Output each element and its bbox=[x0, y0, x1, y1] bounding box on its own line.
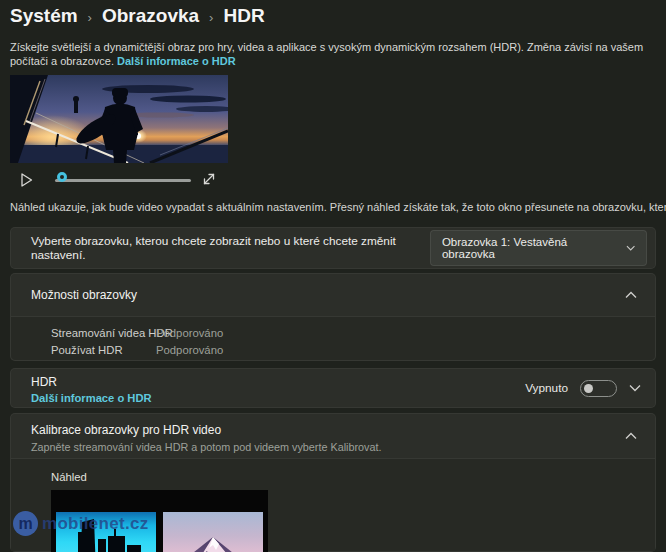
calibration-labels: Kalibrace obrazovky pro HDR video Zapnět… bbox=[31, 420, 381, 453]
video-progress-slider[interactable] bbox=[55, 166, 191, 194]
option-label: Streamování videa HDR bbox=[51, 327, 156, 339]
display-select-value: Obrazovka 1: Vestavěná obrazovka bbox=[442, 236, 613, 260]
calibration-header[interactable]: Kalibrace obrazovky pro HDR video Zapnět… bbox=[11, 414, 655, 458]
fullscreen-icon[interactable] bbox=[201, 171, 217, 187]
hdr-toggle-card: HDR Další informace o HDR Vypnuto bbox=[10, 368, 656, 408]
toggle-knob bbox=[584, 384, 593, 393]
breadcrumb-display[interactable]: Obrazovka bbox=[102, 5, 199, 27]
calibration-title: Kalibrace obrazovky pro HDR video bbox=[31, 423, 221, 437]
breadcrumb: Systém › Obrazovka › HDR bbox=[10, 5, 265, 27]
sunset-scene bbox=[10, 75, 228, 163]
breadcrumb-hdr: HDR bbox=[223, 5, 264, 27]
display-options-header[interactable]: Možnosti obrazovky bbox=[11, 274, 655, 316]
chevron-down-icon[interactable] bbox=[629, 384, 641, 392]
watermark-text: mobilenet.cz bbox=[42, 514, 149, 534]
slider-track[interactable] bbox=[55, 179, 191, 182]
option-label: Používat HDR bbox=[51, 344, 156, 356]
calibration-preview-label: Náhled bbox=[51, 471, 87, 483]
option-value: Podporováno bbox=[156, 344, 223, 356]
chevron-up-icon[interactable] bbox=[625, 432, 637, 440]
chevron-up-icon[interactable] bbox=[625, 291, 637, 299]
hdr-state-label: Vypnuto bbox=[525, 381, 568, 395]
page-description-text: Získejte světlejší a dynamičtější obraz … bbox=[10, 41, 643, 67]
display-options-title: Možnosti obrazovky bbox=[31, 288, 137, 302]
slider-thumb[interactable] bbox=[57, 172, 67, 182]
play-icon[interactable] bbox=[17, 171, 35, 189]
hdr-toggle-group: Vypnuto bbox=[525, 380, 641, 397]
hdr-setting-labels: HDR Další informace o HDR bbox=[31, 372, 152, 404]
page-description: Získejte světlejší a dynamičtější obraz … bbox=[10, 40, 658, 68]
breadcrumb-system[interactable]: Systém bbox=[10, 5, 78, 27]
hdr-setting-title: HDR bbox=[31, 375, 57, 389]
option-row-use-hdr: Používat HDR Podporováno bbox=[51, 341, 655, 358]
display-select-card: Vyberte obrazovku, kterou chcete zobrazi… bbox=[10, 227, 656, 269]
display-options-card: Možnosti obrazovky Streamování videa HDR… bbox=[10, 273, 656, 361]
display-select-label: Vyberte obrazovku, kterou chcete zobrazi… bbox=[31, 234, 430, 262]
calibration-body: Náhled bbox=[11, 458, 655, 551]
watermark-logo-icon: m bbox=[13, 511, 38, 536]
preview-note: Náhled ukazuje, jak bude video vypadat s… bbox=[10, 201, 666, 213]
breadcrumb-separator-icon: › bbox=[209, 8, 213, 25]
mountain-preview-image bbox=[163, 512, 263, 552]
watermark: m mobilenet.cz bbox=[13, 511, 149, 536]
calibration-subtitle: Zapněte streamování videa HDR a potom po… bbox=[31, 441, 381, 453]
video-player-controls bbox=[10, 166, 228, 194]
chevron-down-icon bbox=[626, 245, 635, 251]
hdr-toggle-switch[interactable] bbox=[580, 380, 617, 397]
display-options-body: Streamování videa HDR Podporováno Použív… bbox=[11, 316, 655, 360]
hdr-learn-more-link[interactable]: Další informace o HDR bbox=[31, 392, 152, 404]
learn-more-hdr-link[interactable]: Další informace o HDR bbox=[117, 55, 236, 67]
option-value: Podporováno bbox=[156, 327, 223, 339]
option-row-hdr-streaming: Streamování videa HDR Podporováno bbox=[51, 324, 655, 341]
breadcrumb-separator-icon: › bbox=[88, 8, 92, 25]
display-select-dropdown[interactable]: Obrazovka 1: Vestavěná obrazovka bbox=[430, 230, 647, 266]
hdr-video-preview-image bbox=[10, 75, 228, 163]
